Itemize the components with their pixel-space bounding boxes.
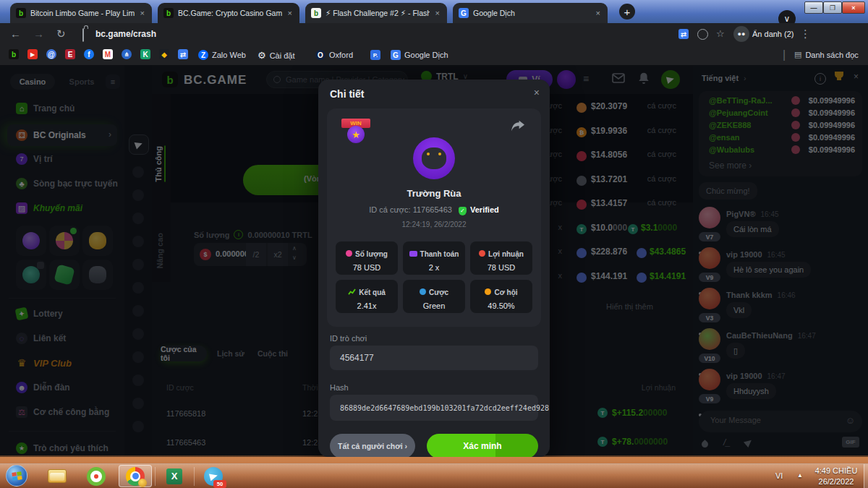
- taskbar-coccoc-button[interactable]: [80, 465, 113, 487]
- screen: b Bitcoin Limbo Game - Play Limbo × b BC…: [0, 0, 868, 488]
- bet-id-row: ID cá cược: 117665463 ✓ Verified: [327, 205, 541, 215]
- new-tab-button[interactable]: +: [619, 4, 635, 20]
- bookmark-bcgame-icon[interactable]: b: [9, 49, 19, 59]
- bcgame-favicon: b: [16, 8, 26, 18]
- bookmark-gdich[interactable]: G Google Dịch: [391, 50, 448, 60]
- tab-close-icon[interactable]: ×: [595, 9, 602, 17]
- hash-field[interactable]: 86889de2d6647689ebd199b103201fa72dcd2eef…: [330, 395, 538, 421]
- bookmark-settings[interactable]: ⚙ Cài đặt: [258, 50, 295, 61]
- bookmark-translate-icon[interactable]: ⇄: [178, 49, 188, 59]
- gold-coin-badge: [138, 479, 147, 487]
- reading-list-icon: ▤: [794, 50, 801, 59]
- window-close-button[interactable]: ×: [842, 1, 865, 14]
- game-id-field[interactable]: 4564177: [330, 346, 538, 370]
- gear-icon: ⚙: [258, 50, 266, 61]
- bookmarks-divider: |: [783, 48, 786, 61]
- all-players-button[interactable]: Tất cả người chơi ›: [330, 434, 415, 457]
- bookmark-label: Cài đặt: [270, 51, 295, 60]
- player-avatar[interactable]: [413, 137, 455, 179]
- modal-title: Chi tiết: [330, 88, 364, 100]
- bookmark-p[interactable]: P.: [370, 50, 380, 60]
- bookmark-facebook-icon[interactable]: f: [84, 49, 94, 59]
- bookmark-binance-icon[interactable]: ◆: [159, 49, 169, 59]
- share-icon[interactable]: [511, 120, 525, 133]
- bookmark-zalo[interactable]: Z Zalo Web: [198, 50, 246, 60]
- bet-icon: [420, 288, 426, 295]
- stat-payout: Thanh toán 2 x: [403, 241, 465, 275]
- win-badge-icon: WIN ★: [341, 117, 370, 146]
- bookmark-label: Oxford: [329, 51, 353, 59]
- browser-tab-4[interactable]: G Google Dịch ×: [453, 3, 608, 23]
- bookmark-label: Zalo Web: [212, 51, 246, 59]
- url-text[interactable]: bc.game/crash: [95, 29, 156, 39]
- tab-close-icon[interactable]: ×: [434, 9, 441, 17]
- taskbar-explorer-button[interactable]: [41, 465, 74, 487]
- incognito-avatar-icon[interactable]: ●●: [733, 26, 749, 42]
- taskbar: X 50 VI ▲ 4:49 CHIỀU 26/2/2022: [0, 463, 868, 488]
- bookmark-star-icon[interactable]: ☆: [716, 28, 725, 39]
- telegram-icon: 50: [204, 467, 223, 486]
- stat-profit: Lợi nhuận 78 USD: [470, 241, 532, 275]
- browser-tab-1[interactable]: b Bitcoin Limbo Game - Play Limbo ×: [10, 3, 152, 23]
- chrome-icon: [126, 467, 145, 486]
- oxford-icon: O: [315, 50, 326, 60]
- back-icon[interactable]: ←: [10, 27, 21, 40]
- forward-icon[interactable]: →: [33, 27, 44, 40]
- tab-close-icon[interactable]: ×: [139, 9, 146, 17]
- reload-icon[interactable]: ↻: [56, 27, 66, 40]
- bet-details-modal: Chi tiết × WIN ★ Trường Rùa ID cá cược: …: [318, 80, 550, 457]
- show-desktop-button[interactable]: [864, 464, 868, 488]
- hand-coin-icon: [479, 250, 485, 257]
- browser-menu-icon[interactable]: ⋮: [800, 27, 811, 40]
- tab-title: ⚡ Flash Challenge #2 ⚡ - Flash Ch: [326, 9, 430, 17]
- window-minimize-button[interactable]: —: [804, 1, 823, 14]
- hash-label: Hash: [330, 383, 349, 392]
- stat-amount: Số lượng 78 USD: [336, 241, 398, 275]
- browser-tab-3[interactable]: b ⚡ Flash Challenge #2 ⚡ - Flash Ch ×: [305, 3, 447, 23]
- google-translate-icon: G: [391, 50, 401, 60]
- bookmark-youtube-icon[interactable]: ▶: [27, 49, 38, 59]
- bcgame-doc-favicon: b: [311, 8, 321, 18]
- translate-icon[interactable]: ⇄: [678, 29, 689, 39]
- tab-title: Google Dịch: [473, 9, 590, 17]
- stat-chance: Cơ hội 49.50%: [470, 280, 532, 313]
- bookmarks-bar: b ▶ @ E f M ⋔ K ◆ ⇄ Z Zalo Web ⚙ Cài đặt…: [0, 45, 868, 66]
- bookmark-kc-icon[interactable]: K: [140, 49, 150, 59]
- game-id-label: ID trò chơi: [330, 334, 367, 343]
- bookmark-label: Google Dịch: [404, 51, 448, 59]
- tab-title: Bitcoin Limbo Game - Play Limbo: [30, 9, 135, 17]
- taskbar-divider: [155, 467, 156, 486]
- windows-flag-icon: [12, 471, 22, 481]
- bookmark-share-icon[interactable]: ⋔: [122, 49, 132, 59]
- chart-icon: [348, 288, 356, 295]
- player-card: WIN ★ Trường Rùa ID cá cược: 117665463 ✓…: [327, 108, 541, 327]
- taskbar-divider: [194, 467, 195, 486]
- bookmark-gmail-icon[interactable]: M: [103, 49, 113, 59]
- clock[interactable]: 4:49 CHIỀU 26/2/2022: [810, 466, 862, 487]
- verified-shield-icon: ✓: [459, 207, 467, 215]
- browser-tab-2-active[interactable]: b BC.Game: Crypto Casino Games & ×: [158, 3, 299, 23]
- stat-result: Kết quả 2.41x: [336, 280, 398, 313]
- incognito-label: Ẩn danh (2): [752, 30, 793, 38]
- taskbar-excel-button[interactable]: X: [158, 465, 191, 487]
- zoom-icon[interactable]: [697, 29, 708, 40]
- google-translate-favicon: G: [459, 8, 469, 18]
- bookmark-at-icon[interactable]: @: [46, 49, 56, 59]
- language-indicator[interactable]: VI: [775, 471, 783, 480]
- verify-button[interactable]: Xác minh: [427, 434, 538, 457]
- tray-expand-icon[interactable]: ▲: [797, 472, 803, 479]
- modal-close-icon[interactable]: ×: [534, 87, 540, 98]
- ssl-lock-icon[interactable]: [82, 28, 84, 42]
- coins-icon: [346, 250, 352, 257]
- card-icon: [409, 251, 417, 257]
- browser-toolbar: ← → ↻ bc.game/crash ⇄ ☆ ●● Ẩn danh (2) ⋮: [0, 23, 868, 45]
- tab-close-icon[interactable]: ×: [286, 9, 294, 17]
- taskbar-chrome-button-active[interactable]: [119, 465, 152, 487]
- stat-bet: Cược Green: [403, 280, 465, 313]
- bookmark-oxford[interactable]: O Oxford: [315, 50, 353, 60]
- window-maximize-button[interactable]: ❐: [823, 1, 842, 14]
- taskbar-telegram-button[interactable]: 50: [197, 465, 230, 487]
- bookmark-e-icon[interactable]: E: [65, 49, 75, 59]
- reading-list-button[interactable]: ▤ Danh sách đọc: [794, 50, 859, 59]
- start-button[interactable]: [6, 465, 27, 487]
